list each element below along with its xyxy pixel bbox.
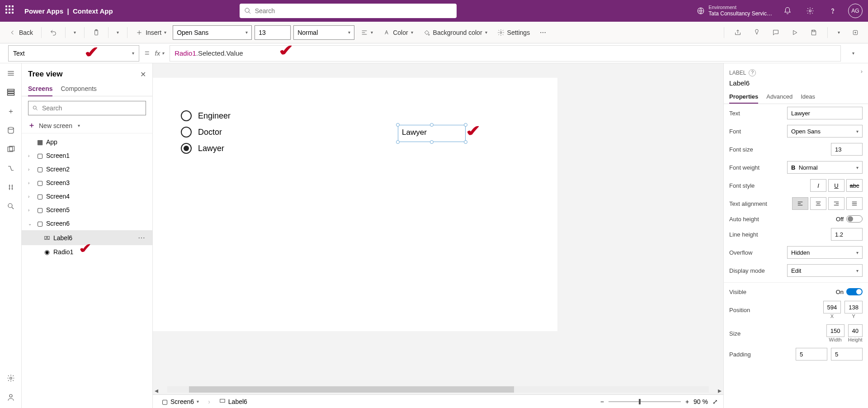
settings-rail-icon[interactable] (5, 373, 16, 384)
tree-search-input[interactable] (42, 104, 142, 112)
align-button[interactable]: ▾ (357, 27, 377, 38)
font-dropdown[interactable]: Open Sans▾ (787, 125, 863, 138)
insert-rail-icon[interactable]: ＋ (5, 106, 16, 117)
control-name: Label6 (724, 79, 868, 90)
overflow-dropdown[interactable]: Hidden▾ (787, 246, 863, 259)
fontweight-dropdown[interactable]: B Normal▾ (787, 161, 863, 174)
settings-gear-icon[interactable] (803, 4, 817, 18)
flows-icon[interactable] (5, 163, 16, 174)
paste-dropdown[interactable]: ▾ (113, 28, 123, 37)
align-center-button[interactable] (810, 197, 826, 210)
save-dropdown[interactable]: ▾ (834, 28, 844, 37)
global-search[interactable] (240, 4, 457, 18)
user-avatar[interactable]: AG (848, 4, 863, 18)
visible-toggle[interactable] (846, 288, 863, 295)
insert-button[interactable]: Insert▾ (132, 27, 170, 38)
tab-advanced[interactable]: Advanced (766, 90, 793, 104)
publish-icon[interactable] (848, 27, 863, 38)
horizontal-scrollbar[interactable]: ◂ ▸ (153, 386, 723, 394)
search-rail-icon[interactable] (5, 201, 16, 212)
radio-option[interactable]: Lawyer (181, 143, 231, 154)
share-icon[interactable] (731, 27, 745, 38)
pos-x-input[interactable]: 594 (823, 301, 841, 313)
settings-button[interactable]: Settings (494, 27, 534, 38)
radio-control[interactable]: Engineer Doctor Lawyer (181, 110, 231, 159)
italic-button[interactable]: I (810, 179, 826, 192)
pos-y-input[interactable]: 138 (844, 301, 863, 313)
align-left-button[interactable] (792, 197, 808, 210)
help-icon[interactable] (826, 4, 840, 18)
fx-icon[interactable]: fx▾ (155, 49, 165, 57)
help-icon[interactable]: ? (749, 69, 756, 76)
tab-screens[interactable]: Screens (28, 82, 52, 96)
width-input[interactable]: 150 (826, 324, 844, 337)
font-weight-dropdown[interactable]: Normal▾ (293, 25, 354, 40)
data-icon[interactable] (5, 125, 16, 136)
save-icon[interactable] (807, 27, 821, 38)
expand-formula-icon[interactable]: ▾ (846, 51, 860, 56)
close-tree-icon[interactable]: ✕ (140, 70, 146, 79)
tree-node-screen[interactable]: ›▢Screen3 (22, 176, 152, 190)
breadcrumb-control[interactable]: Label6 (216, 397, 251, 406)
environment-picker[interactable]: Environment Tata Consultancy Servic… (697, 5, 772, 17)
tab-components[interactable]: Components (61, 82, 96, 96)
tab-properties[interactable]: Properties (729, 90, 758, 104)
undo-dropdown[interactable]: ▾ (70, 28, 80, 37)
design-canvas[interactable]: Engineer Doctor Lawyer Lawyer ✔ (153, 78, 557, 331)
tree-node-app[interactable]: ▦App (22, 135, 152, 149)
tree-node-radio[interactable]: ◉Radio1 ✔ (22, 245, 152, 259)
tree-node-screen[interactable]: ⌄▢Screen6 (22, 217, 152, 230)
hamburger-icon[interactable] (5, 68, 16, 79)
notifications-icon[interactable] (780, 4, 795, 18)
underline-button[interactable]: U (828, 179, 844, 192)
tree-view-icon[interactable] (5, 87, 16, 98)
zoom-in-icon[interactable]: + (685, 398, 689, 405)
font-family-dropdown[interactable]: Open Sans▾ (173, 25, 252, 40)
tree-node-screen[interactable]: ›▢Screen5 (22, 203, 152, 217)
play-icon[interactable] (788, 27, 802, 38)
tree-search[interactable] (28, 101, 146, 115)
formula-input[interactable]: Radio1.Selected.Value (170, 45, 841, 62)
checker-icon[interactable] (750, 27, 764, 38)
padding-input-a[interactable]: 5 (796, 348, 827, 361)
fit-icon[interactable]: ⤢ (712, 398, 718, 405)
height-input[interactable]: 40 (848, 324, 863, 337)
color-button[interactable]: Color▾ (379, 27, 416, 38)
radio-option[interactable]: Engineer (181, 110, 231, 121)
back-button[interactable]: Back (5, 27, 37, 38)
bgcolor-button[interactable]: Background color▾ (420, 27, 491, 38)
autoheight-toggle[interactable] (846, 215, 863, 223)
zoom-out-icon[interactable]: − (600, 398, 604, 405)
selected-label-control[interactable]: Lawyer (398, 125, 466, 142)
paste-button[interactable] (89, 27, 104, 38)
comments-icon[interactable] (769, 27, 783, 38)
global-search-input[interactable] (255, 7, 452, 14)
undo-button[interactable] (46, 27, 61, 38)
align-justify-button[interactable] (846, 197, 863, 210)
virtual-agent-icon[interactable] (5, 392, 16, 403)
tools-icon[interactable] (5, 182, 16, 193)
more-button[interactable]: ⋯ (536, 27, 550, 38)
strike-button[interactable]: abc (846, 179, 863, 192)
radio-option[interactable]: Doctor (181, 127, 231, 138)
text-input[interactable]: Lawyer (787, 107, 863, 119)
breadcrumb-screen[interactable]: ▢Screen6▾ (158, 397, 203, 406)
property-selector[interactable]: Text▾ (8, 45, 139, 62)
tree-node-screen[interactable]: ›▢Screen4 (22, 190, 152, 203)
new-screen-button[interactable]: ＋ New screen ▾ (22, 118, 152, 133)
tab-ideas[interactable]: Ideas (801, 90, 815, 104)
tree-node-screen[interactable]: ›▢Screen2 (22, 162, 152, 176)
font-size-input[interactable]: 13 (255, 25, 291, 40)
tree-node-screen[interactable]: ›▢Screen1 (22, 149, 152, 162)
displaymode-dropdown[interactable]: Edit▾ (787, 264, 863, 277)
waffle-menu[interactable] (5, 5, 16, 16)
lineheight-input[interactable]: 1.2 (831, 228, 863, 241)
align-right-button[interactable] (828, 197, 844, 210)
tree-node-label[interactable]: Label6⋯ (22, 230, 152, 245)
media-icon[interactable] (5, 144, 16, 155)
collapse-props-icon[interactable]: › (855, 63, 868, 79)
zoom-slider[interactable] (609, 401, 681, 402)
padding-input-b[interactable]: 5 (831, 348, 863, 361)
node-more-icon[interactable]: ⋯ (138, 233, 146, 242)
fontsize-input[interactable]: 13 (831, 143, 863, 156)
